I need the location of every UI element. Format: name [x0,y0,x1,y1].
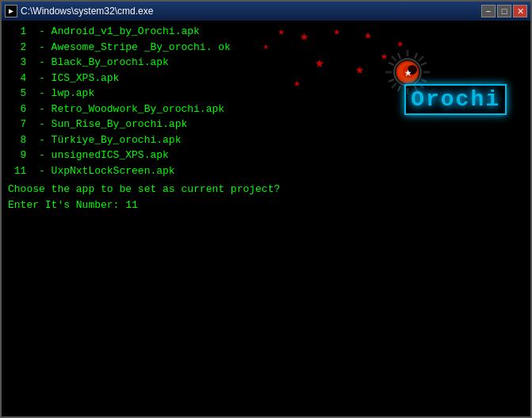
prompt-line-1: Choose the app to be set as current proj… [8,182,524,197]
minimize-button[interactable]: − [481,5,496,17]
line-7: 7 - Sun_Rise_By_orochi.apk [8,117,524,132]
line-1: 1 - Android_v1_by_Orochi.apk [8,24,524,40]
prompt-area: Choose the app to be set as current proj… [8,182,524,213]
line-4: 4 - ICS_XPS.apk [8,71,524,86]
maximize-button[interactable]: □ [497,5,511,17]
title-bar: ▶ C:\Windows\system32\cmd.exe − □ ✕ [2,2,530,21]
prompt-line-2: Enter It's Number: 11 [8,197,524,213]
close-button[interactable]: ✕ [513,5,527,17]
window-title: C:\Windows\system32\cmd.exe [21,6,153,17]
line-10: 11 - UxpNxtLockScreen.apk [8,163,524,179]
line-2: 2 - Awesome_Stripe _By_orochi. ok [8,40,524,56]
terminal-body: ★ ★ ★ ★ ★ ★ ★ ★ ★ ★ ★ [2,21,530,416]
cmd-icon: ▶ [5,5,17,17]
line-6: 6 - Retro_Woodwork_By_orochi.apk [8,102,524,117]
line-5: 5 - lwp.apk [8,86,524,102]
title-bar-left: ▶ C:\Windows\system32\cmd.exe [5,5,153,17]
line-8: 8 - Türkiye_By_orochi.apk [8,132,524,148]
line-3: 3 - Black_By_orochi.apk [8,55,524,71]
title-bar-buttons: − □ ✕ [481,5,527,17]
line-9: 9 - unsignedICS_XPS.apk [8,148,524,163]
cmd-window: ▶ C:\Windows\system32\cmd.exe − □ ✕ ★ ★ … [0,0,532,418]
terminal-content: 1 - Android_v1_by_Orochi.apk 2 - Awesome… [8,24,524,213]
